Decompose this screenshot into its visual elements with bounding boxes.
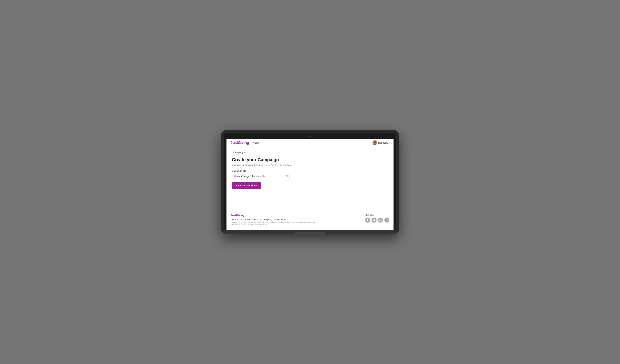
logo: JustGiving (231, 140, 249, 145)
screen: JustGiving Menu ▾ Rebecca (227, 139, 393, 230)
social-icons (365, 218, 389, 223)
laptop-base (224, 230, 396, 234)
page-subtitle: Give your fundraising Campaign a title. … (232, 164, 388, 166)
page-title: Create your Campaign (232, 157, 388, 162)
user-name: Rebecca (378, 141, 388, 144)
privacy-link[interactable]: Privacy policy (245, 218, 258, 221)
linkedin-icon[interactable] (378, 218, 383, 223)
instagram-icon[interactable] (384, 218, 389, 223)
facebook-icon[interactable] (365, 218, 370, 223)
footer-fine-print: Contains OS and National Statistics data… (231, 222, 315, 225)
user-chevron-icon: ▾ (388, 142, 389, 144)
terms-link[interactable]: Terms of Use (231, 218, 243, 221)
header: JustGiving Menu ▾ Rebecca (227, 139, 393, 147)
footer-left: JustGiving Terms of Use Privacy policy C… (231, 214, 315, 225)
svg-point-5 (388, 219, 388, 220)
cookie-link[interactable]: Cookie policy (260, 218, 272, 221)
svg-point-4 (387, 220, 388, 221)
laptop-container: JustGiving Menu ▾ Rebecca (221, 130, 399, 234)
screen-bezel: JustGiving Menu ▾ Rebecca (224, 133, 396, 230)
twitter-icon[interactable] (372, 218, 377, 223)
find-us-label: Find us on (365, 214, 389, 216)
footer-right: Find us on (365, 214, 389, 223)
charities-link[interactable]: Charities list (275, 218, 286, 221)
save-continue-button[interactable]: Save and continue (232, 182, 261, 189)
back-chevron-icon: ‹ (232, 151, 233, 154)
input-wrapper: 70 (232, 173, 290, 179)
menu-label: Menu (253, 141, 259, 144)
main-content: ‹ Campaigns Create your Campaign Give yo… (227, 147, 393, 211)
footer-links: Terms of Use Privacy policy Cookie polic… (231, 218, 315, 221)
footer: JustGiving Terms of Use Privacy policy C… (227, 211, 393, 230)
campaign-title-input[interactable] (232, 173, 290, 179)
svg-rect-3 (386, 219, 388, 221)
user-menu[interactable]: Rebecca ▾ (372, 140, 389, 145)
avatar (372, 140, 377, 145)
camera (309, 136, 311, 137)
footer-top: JustGiving Terms of Use Privacy policy C… (231, 214, 389, 225)
back-link[interactable]: ‹ Campaigns (232, 151, 388, 154)
svg-point-1 (374, 141, 376, 143)
footer-logo: JustGiving (231, 214, 315, 217)
menu-button[interactable]: Menu ▾ (253, 141, 261, 144)
back-label: Campaigns (233, 151, 246, 154)
campaign-title-label: Campaign title (232, 170, 388, 172)
char-count: 70 (286, 175, 288, 177)
menu-chevron-icon: ▾ (260, 142, 261, 144)
